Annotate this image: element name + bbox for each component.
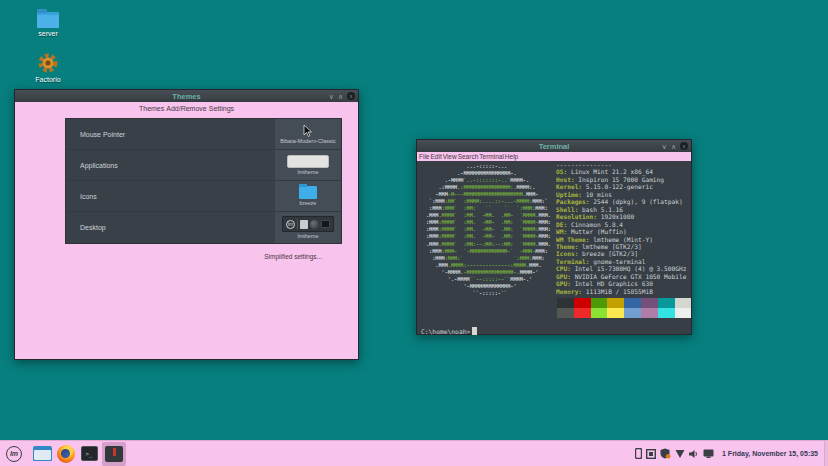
phone-icon[interactable] bbox=[635, 448, 642, 459]
desktop: server Factorio Themes ∨ ∧ x Themes Add/… bbox=[0, 0, 828, 466]
applications-selector[interactable]: lmtheme bbox=[275, 150, 341, 180]
menu-edit[interactable]: Edit bbox=[430, 153, 441, 160]
close-icon[interactable]: x bbox=[680, 142, 688, 150]
themes-settings-panel: Mouse Pointer Bibata-Modern-Classic Appl… bbox=[65, 118, 342, 244]
selected-desktop-theme: lmtheme bbox=[297, 233, 318, 239]
firefox-icon bbox=[57, 445, 75, 463]
notification-count: 1 bbox=[722, 450, 726, 457]
mint-logo-icon: lm bbox=[286, 220, 295, 229]
row-label: Mouse Pointer bbox=[80, 131, 125, 138]
files-icon bbox=[33, 446, 52, 461]
themes-window: Themes ∨ ∧ x Themes Add/Remove Settings … bbox=[14, 89, 359, 360]
show-desktop-button[interactable] bbox=[824, 441, 828, 466]
gtk-theme-preview bbox=[287, 155, 329, 168]
icons-selector[interactable]: breeze bbox=[275, 181, 341, 211]
minimize-icon[interactable]: ∨ bbox=[662, 143, 667, 150]
simplified-settings-link[interactable]: Simplified settings... bbox=[264, 253, 322, 260]
system-info: ---------------OS: Linux Mint 21.2 x86_6… bbox=[556, 161, 686, 295]
folder-icon bbox=[37, 12, 59, 28]
taskbar-panel: lm >_ bbox=[0, 440, 828, 466]
gear-icon bbox=[37, 52, 59, 74]
row-mouse-pointer[interactable]: Mouse Pointer Bibata-Modern-Classic bbox=[66, 119, 341, 150]
row-desktop[interactable]: Desktop lm lmtheme bbox=[66, 212, 341, 243]
row-icons[interactable]: Icons breeze bbox=[66, 181, 341, 212]
desktop-icon-label: server bbox=[16, 30, 80, 37]
palette-row-1 bbox=[557, 298, 691, 308]
palette-row-2 bbox=[557, 308, 691, 318]
workspace-window-icon[interactable] bbox=[646, 449, 656, 459]
shell-prompt: C:\home\noah> bbox=[421, 327, 477, 335]
volume-icon[interactable] bbox=[689, 449, 699, 459]
firefox-launcher[interactable] bbox=[54, 442, 78, 466]
maximize-icon[interactable]: ∧ bbox=[671, 143, 676, 150]
cursor-block bbox=[472, 327, 477, 335]
selected-icon-theme: breeze bbox=[300, 200, 317, 206]
terminal-icon: >_ bbox=[81, 446, 98, 461]
folder-icon bbox=[299, 186, 317, 199]
terminal-titlebar[interactable]: Terminal ∨ ∧ x bbox=[417, 140, 691, 152]
cursor-icon bbox=[303, 125, 313, 137]
tab-add-remove[interactable]: Add/Remove bbox=[165, 105, 207, 112]
minimize-icon[interactable]: ∨ bbox=[329, 93, 334, 100]
terminal-menubar: File Edit View Search Terminal Help bbox=[417, 152, 691, 161]
window-title: Terminal bbox=[539, 142, 570, 151]
ascii-art: ...-:::::-... .-MMMMMMMMMMMMMMM-. .-MMMM… bbox=[426, 163, 551, 297]
themes-tabs: Themes Add/Remove Settings bbox=[15, 102, 358, 115]
clock-label: Friday, November 15, 05:35 bbox=[728, 450, 818, 457]
mint-menu-button[interactable]: lm bbox=[2, 442, 26, 466]
mouse-pointer-selector[interactable]: Bibata-Modern-Classic bbox=[275, 119, 341, 149]
window-title: Themes bbox=[172, 92, 200, 101]
desktop-theme-preview: lm bbox=[282, 216, 334, 232]
desktop-icon-factorio[interactable]: Factorio bbox=[16, 52, 80, 83]
close-icon[interactable]: x bbox=[347, 92, 355, 100]
maximize-icon[interactable]: ∧ bbox=[338, 93, 343, 100]
themes-titlebar[interactable]: Themes ∨ ∧ x bbox=[15, 90, 358, 102]
firefox-icon bbox=[310, 220, 319, 229]
selected-cursor-theme: Bibata-Modern-Classic bbox=[280, 138, 336, 144]
row-applications[interactable]: Applications lmtheme bbox=[66, 150, 341, 181]
menu-search[interactable]: Search bbox=[458, 153, 479, 160]
menu-help[interactable]: Help bbox=[505, 153, 518, 160]
divider bbox=[297, 219, 298, 229]
menu-file[interactable]: File bbox=[419, 153, 429, 160]
files-launcher[interactable] bbox=[30, 442, 54, 466]
desktop-theme-selector[interactable]: lm lmtheme bbox=[275, 212, 341, 243]
tab-settings[interactable]: Settings bbox=[208, 105, 235, 112]
display-icon[interactable] bbox=[703, 449, 714, 458]
window-list-button-active[interactable] bbox=[102, 442, 126, 466]
tab-themes[interactable]: Themes bbox=[138, 105, 165, 112]
desktop-icon-label: Factorio bbox=[16, 76, 80, 83]
terminal-launcher[interactable]: >_ bbox=[78, 442, 100, 466]
files-icon bbox=[300, 220, 308, 229]
terminal-window: Terminal ∨ ∧ x File Edit View Search Ter… bbox=[416, 139, 692, 335]
prompt-text: C:\home\noah> bbox=[421, 328, 470, 335]
row-label: Applications bbox=[80, 162, 118, 169]
update-shield-icon[interactable] bbox=[660, 448, 671, 459]
row-label: Desktop bbox=[80, 224, 106, 231]
mint-logo-icon: lm bbox=[6, 446, 22, 462]
menu-view[interactable]: View bbox=[443, 153, 457, 160]
row-label: Icons bbox=[80, 193, 97, 200]
menu-terminal[interactable]: Terminal bbox=[479, 153, 504, 160]
app-window-icon bbox=[105, 446, 123, 462]
desktop-icon-server[interactable]: server bbox=[16, 12, 80, 37]
selected-gtk-theme: lmtheme bbox=[297, 169, 318, 175]
terminal-output[interactable]: ...-:::::-... .-MMMMMMMMMMMMMMM-. .-MMMM… bbox=[417, 161, 691, 324]
network-icon[interactable] bbox=[675, 449, 685, 458]
clock-applet[interactable]: 1 Friday, November 15, 05:35 bbox=[722, 450, 818, 457]
terminal-icon bbox=[321, 220, 330, 228]
